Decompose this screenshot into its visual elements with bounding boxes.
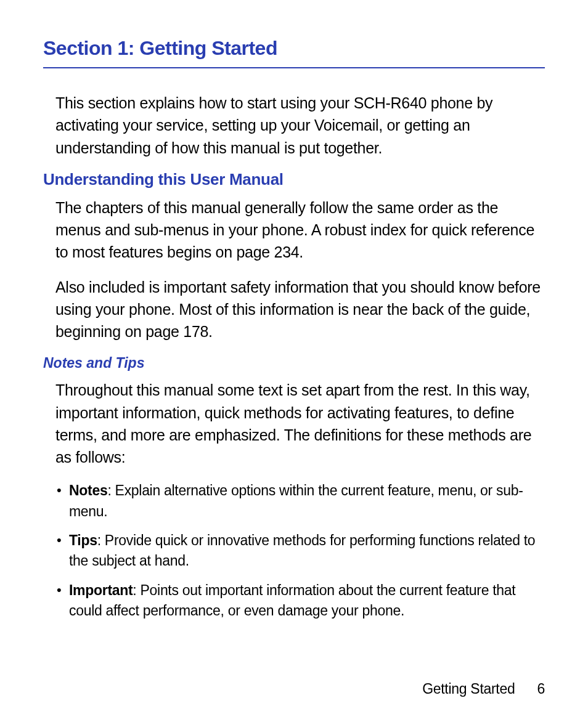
footer-label: Getting Started xyxy=(422,681,515,697)
body-paragraph-3: Throughout this manual some text is set … xyxy=(55,379,545,468)
bullet-text: : Provide quick or innovative methods fo… xyxy=(69,532,535,569)
bullet-lead: Important xyxy=(69,582,133,598)
page-footer: Getting Started 6 xyxy=(422,681,545,697)
body-paragraph-1: The chapters of this manual generally fo… xyxy=(55,197,545,264)
bullet-lead: Tips xyxy=(69,532,97,548)
subheading-understanding: Understanding this User Manual xyxy=(43,170,545,189)
bullet-lead: Notes xyxy=(69,482,107,498)
bullet-list: Notes: Explain alternative options withi… xyxy=(55,481,545,621)
body-paragraph-2: Also included is important safety inform… xyxy=(55,276,545,343)
page-number: 6 xyxy=(537,681,545,697)
intro-paragraph: This section explains how to start using… xyxy=(55,92,545,159)
bullet-text: : Points out important information about… xyxy=(69,582,515,619)
section-title: Section 1: Getting Started xyxy=(43,37,545,68)
bullet-text: : Explain alternative options within the… xyxy=(69,482,523,519)
list-item: Notes: Explain alternative options withi… xyxy=(55,481,545,522)
list-item: Important: Points out important informat… xyxy=(55,580,545,622)
subsubheading-notes-tips: Notes and Tips xyxy=(43,355,545,371)
list-item: Tips: Provide quick or innovative method… xyxy=(55,530,545,572)
